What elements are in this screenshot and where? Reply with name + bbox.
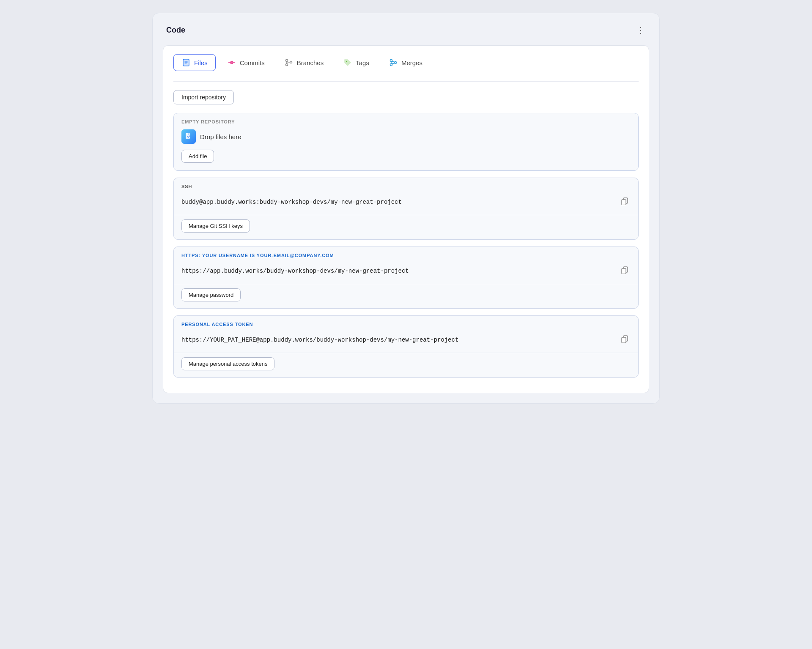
tab-merges[interactable]: Merges xyxy=(381,54,431,71)
tab-commits[interactable]: Commits xyxy=(219,54,273,71)
files-icon xyxy=(181,58,191,67)
pat-url: https://YOUR_PAT_HERE@app.buddy.works/bu… xyxy=(181,337,458,343)
ssh-url-row: buddy@app.buddy.works:buddy-workshop-dev… xyxy=(174,192,638,215)
svg-rect-15 xyxy=(622,200,626,205)
ssh-url: buddy@app.buddy.works:buddy-workshop-dev… xyxy=(181,199,402,205)
svg-rect-17 xyxy=(622,268,626,274)
pat-footer: Manage personal access tokens xyxy=(174,353,638,377)
pat-url-row: https://YOUR_PAT_HERE@app.buddy.works/bu… xyxy=(174,329,638,353)
drop-files-icon xyxy=(181,129,196,144)
pat-copy-button[interactable] xyxy=(619,333,631,347)
merges-icon xyxy=(389,58,398,67)
tab-branches-label: Branches xyxy=(297,59,324,66)
svg-point-7 xyxy=(285,64,288,66)
tab-files-label: Files xyxy=(194,59,208,66)
svg-point-8 xyxy=(290,61,292,63)
commits-icon xyxy=(227,58,236,67)
tab-tags[interactable]: Tags xyxy=(335,54,377,71)
tab-tags-label: Tags xyxy=(356,59,369,66)
more-menu-button[interactable]: ⋮ xyxy=(636,25,646,35)
tab-files[interactable]: Files xyxy=(173,54,216,71)
https-url-row: https://app.buddy.works/buddy-workshop-d… xyxy=(174,260,638,284)
ssh-label: SSH xyxy=(174,178,638,192)
empty-repository-section: EMPTY REPOSITORY Drop files here Add fil… xyxy=(173,113,639,171)
svg-point-6 xyxy=(285,60,288,62)
tab-merges-label: Merges xyxy=(401,59,422,66)
ssh-section: SSH buddy@app.buddy.works:buddy-workshop… xyxy=(173,178,639,240)
tab-divider xyxy=(173,81,639,82)
svg-rect-19 xyxy=(622,337,626,343)
https-copy-button[interactable] xyxy=(619,264,631,278)
tab-bar: Files Commits xyxy=(173,54,639,71)
https-footer: Manage password xyxy=(174,284,638,308)
ssh-copy-button[interactable] xyxy=(619,195,631,209)
branches-icon xyxy=(284,58,294,67)
pat-section: PERSONAL ACCESS TOKEN https://YOUR_PAT_H… xyxy=(173,315,639,378)
main-card: Code ⋮ Files xyxy=(152,13,660,404)
add-file-button[interactable]: Add file xyxy=(181,150,214,163)
svg-point-9 xyxy=(346,61,347,62)
manage-git-ssh-keys-button[interactable]: Manage Git SSH keys xyxy=(181,219,250,233)
https-section: HTTPS: YOUR USERNAME IS YOUR-EMAIL@COMPA… xyxy=(173,246,639,309)
tags-icon xyxy=(343,58,352,67)
tab-commits-label: Commits xyxy=(240,59,265,66)
manage-password-button[interactable]: Manage password xyxy=(181,288,241,301)
drop-zone: Drop files here xyxy=(181,129,631,144)
import-repository-button[interactable]: Import repository xyxy=(173,90,234,104)
manage-personal-access-tokens-button[interactable]: Manage personal access tokens xyxy=(181,357,274,370)
inner-content-card: Files Commits xyxy=(163,45,649,393)
pat-label: PERSONAL ACCESS TOKEN xyxy=(174,316,638,329)
ssh-footer: Manage Git SSH keys xyxy=(174,215,638,239)
https-url: https://app.buddy.works/buddy-workshop-d… xyxy=(181,268,409,274)
page-title: Code xyxy=(166,26,185,35)
tab-branches[interactable]: Branches xyxy=(276,54,332,71)
https-label: HTTPS: YOUR USERNAME IS YOUR-EMAIL@COMPA… xyxy=(174,247,638,260)
drop-files-text: Drop files here xyxy=(200,133,241,140)
card-header: Code ⋮ xyxy=(163,23,649,37)
empty-repo-label: EMPTY REPOSITORY xyxy=(181,119,631,124)
